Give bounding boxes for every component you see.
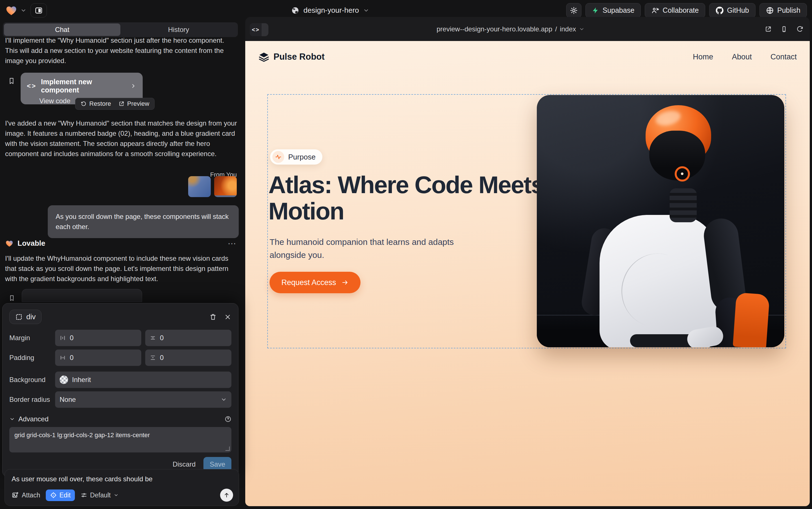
chevron-down-icon [363,7,369,13]
site-nav-links: Home About Contact [693,53,797,61]
delete-element-button[interactable] [209,313,217,321]
preview-button[interactable]: Preview [118,100,149,107]
attach-button[interactable]: Attach [11,491,40,499]
edit-mode-button[interactable]: Edit [46,489,75,501]
discard-button[interactable]: Discard [173,461,195,468]
code-icon: <> [27,82,36,90]
arrow-right-icon [341,279,348,286]
chevron-down-icon [221,397,227,403]
background-label: Background [9,376,55,384]
selected-element-pill[interactable]: div [9,310,41,324]
dashed-box-icon [15,313,23,321]
purpose-badge: Purpose [270,149,322,165]
image-attach-icon [11,491,19,499]
nav-link-contact[interactable]: Contact [771,53,797,61]
version-toolbar: Restore Preview [75,98,154,110]
transparency-swatch-icon [60,376,68,384]
nav-link-about[interactable]: About [732,53,752,61]
edit-label: Edit [59,491,71,499]
sliders-icon [80,492,87,499]
attachment-image-orange[interactable] [214,176,237,197]
advanced-section-toggle[interactable]: Advanced [9,415,231,423]
padding-y-value: 0 [160,354,163,362]
refresh-button[interactable] [796,26,804,33]
margin-x-icon [60,335,66,341]
composer-input[interactable]: As user mouse roll over, these cards sho… [11,475,232,483]
chevron-down-icon [579,26,585,32]
chat-panel: Chat History I'll implement the "Why Hum… [0,21,241,509]
margin-x-input[interactable]: 0 [55,330,141,346]
close-inspector-button[interactable] [224,313,231,321]
attachment-image-blue[interactable] [188,176,211,197]
pulse-activity-icon [272,151,284,163]
element-tag: div [26,312,36,321]
background-value: Inherit [72,376,91,384]
tab-history[interactable]: History [120,24,237,36]
settings-button[interactable] [566,3,582,18]
request-access-button[interactable]: Request Access [269,272,361,293]
chevron-down-icon [20,7,27,13]
assistant-message: I've added a new "Why Humanoid" section … [5,118,238,159]
nav-link-home[interactable]: Home [693,53,713,61]
restore-button[interactable]: Restore [80,100,111,107]
mobile-view-button[interactable] [780,26,788,33]
resize-handle[interactable] [225,446,230,451]
site-brand[interactable]: Pulse Robot [258,51,325,63]
advanced-label: Advanced [19,415,48,423]
robot-hero-image [537,95,784,347]
border-radius-select[interactable]: None [55,392,231,408]
publish-button[interactable]: Publish [760,3,807,18]
restore-icon [80,101,87,107]
publish-label: Publish [777,6,801,14]
hero-subtitle: The humanoid companion that learns and a… [269,236,467,262]
collaborate-button[interactable]: Collaborate [645,3,705,18]
globe-project-icon [291,6,299,15]
padding-y-input[interactable]: 0 [145,349,231,366]
target-icon [50,492,57,499]
bookmark-icon[interactable] [8,77,15,85]
attachment-thumbnails [188,176,237,197]
padding-x-input[interactable]: 0 [55,349,141,366]
send-button[interactable] [220,489,233,502]
robot-camera-eye-dot [681,172,684,175]
component-card-title: Implement new component [41,78,126,94]
app-root: design-your-hero Supabase [0,0,812,509]
github-button[interactable]: GitHub [709,3,755,18]
url-separator: / [555,25,557,33]
classes-value: grid grid-cols-1 lg:grid-cols-2 gap-12 i… [14,432,150,439]
bookmark-icon [8,294,15,302]
assistant-message: I'll update the WhyHumanoid component to… [5,253,238,284]
chevron-right-icon [130,83,137,89]
site-canvas: Pulse Robot Home About Contact Purpose A… [245,41,810,506]
purpose-badge-label: Purpose [288,153,316,162]
message-menu-button[interactable]: ⋯ [228,238,237,248]
background-input[interactable]: Inherit [55,372,231,388]
supabase-button[interactable]: Supabase [585,3,641,18]
restore-label: Restore [89,100,111,107]
preview-actions [765,17,804,41]
topbar-actions: Supabase Collaborate [566,3,807,18]
component-version-card-partial[interactable] [22,289,142,302]
preview-url: preview--design-your-hero.lovable.app [437,25,552,33]
assistant-header: Lovable ⋯ [5,238,237,248]
help-icon[interactable] [225,416,231,422]
collaborate-label: Collaborate [663,6,699,14]
assistant-name: Lovable [17,239,45,248]
margin-y-value: 0 [160,334,163,342]
tab-chat[interactable]: Chat [4,24,120,36]
chat-composer[interactable]: As user mouse roll over, these cards sho… [4,469,239,506]
padding-x-icon [60,354,66,361]
mode-selector[interactable]: Default [80,491,119,499]
classes-textarea[interactable]: grid grid-cols-1 lg:grid-cols-2 gap-12 i… [9,427,231,452]
assistant-message: I'll implement the "Why Humanoid" sectio… [5,35,238,66]
open-in-new-tab-button[interactable] [765,26,772,33]
robot-orange-shin [733,293,770,347]
margin-label: Margin [9,334,55,342]
sidebar-toggle-button[interactable] [31,3,47,18]
site-navbar: Pulse Robot Home About Contact [245,41,810,73]
margin-y-input[interactable]: 0 [145,330,231,346]
preview-url-bar[interactable]: preview--design-your-hero.lovable.app / … [245,17,776,41]
github-label: GitHub [727,6,749,14]
lovable-logo-menu[interactable] [5,4,27,17]
chevron-down-icon [114,493,119,498]
